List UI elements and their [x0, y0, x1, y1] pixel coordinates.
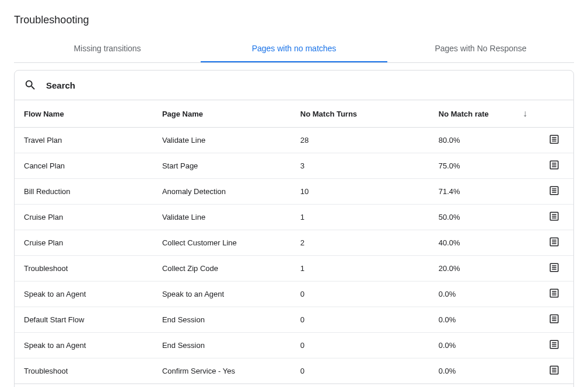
cell-action	[537, 128, 573, 153]
tab-pages-no-matches[interactable]: Pages with no matches	[201, 36, 387, 62]
table-row: Bill ReductionAnomaly Detection1071.4%	[15, 179, 573, 205]
cell-sort-spacer	[513, 282, 537, 307]
cell-no-match-rate: 75.0%	[429, 153, 513, 179]
table-row: Cruise PlanCollect Customer Line240.0%	[15, 230, 573, 256]
cell-flow-name: Travel Plan	[15, 128, 153, 153]
cell-no-match-rate: 50.0%	[429, 205, 513, 230]
table-row: TroubleshootConfirm Service - Yes00.0%	[15, 358, 573, 384]
cell-action	[537, 256, 573, 282]
results-table: Flow Name Page Name No Match Turns No Ma…	[15, 100, 573, 384]
view-details-icon[interactable]	[549, 134, 559, 145]
cell-no-match-rate: 20.0%	[429, 256, 513, 282]
cell-action	[537, 179, 573, 205]
cell-flow-name: Bill Reduction	[15, 179, 153, 205]
cell-flow-name: Default Start Flow	[15, 307, 153, 333]
cell-no-match-rate: 0.0%	[429, 282, 513, 307]
cell-flow-name: Speak to an Agent	[15, 333, 153, 358]
col-header-flow-name[interactable]: Flow Name	[15, 100, 153, 128]
results-card: Search Flow Name Page Name No Match Turn…	[14, 70, 574, 387]
table-row: Cruise PlanValidate Line150.0%	[15, 205, 573, 230]
view-details-icon[interactable]	[549, 365, 559, 375]
cell-page-name: Collect Zip Code	[153, 256, 291, 282]
cell-action	[537, 282, 573, 307]
table-row: Default Start FlowEnd Session00.0%	[15, 307, 573, 333]
cell-flow-name: Cruise Plan	[15, 230, 153, 256]
cell-page-name: Start Page	[153, 153, 291, 179]
view-details-icon[interactable]	[549, 339, 559, 350]
col-header-sort[interactable]: ↓	[513, 100, 537, 128]
cell-page-name: Confirm Service - Yes	[153, 358, 291, 384]
cell-no-match-rate: 80.0%	[429, 128, 513, 153]
cell-sort-spacer	[513, 358, 537, 384]
cell-no-match-turns: 0	[291, 333, 429, 358]
pagination: Items per page: 10 1 - 10 of 28	[15, 384, 573, 387]
col-header-no-match-rate[interactable]: No Match rate	[429, 100, 513, 128]
cell-no-match-rate: 71.4%	[429, 179, 513, 205]
view-details-icon[interactable]	[549, 160, 559, 170]
cell-no-match-turns: 1	[291, 256, 429, 282]
view-details-icon[interactable]	[549, 211, 559, 221]
cell-no-match-turns: 2	[291, 230, 429, 256]
view-details-icon[interactable]	[549, 237, 559, 247]
cell-sort-spacer	[513, 128, 537, 153]
cell-no-match-turns: 1	[291, 205, 429, 230]
col-header-page-name[interactable]: Page Name	[153, 100, 291, 128]
cell-action	[537, 358, 573, 384]
cell-action	[537, 333, 573, 358]
cell-flow-name: Cancel Plan	[15, 153, 153, 179]
cell-page-name: Collect Customer Line	[153, 230, 291, 256]
cell-flow-name: Troubleshoot	[15, 358, 153, 384]
cell-action	[537, 153, 573, 179]
col-header-no-match-turns[interactable]: No Match Turns	[291, 100, 429, 128]
col-header-action	[537, 100, 573, 128]
cell-no-match-rate: 0.0%	[429, 358, 513, 384]
search-icon	[24, 79, 37, 92]
cell-sort-spacer	[513, 153, 537, 179]
cell-page-name: Validate Line	[153, 128, 291, 153]
view-details-icon[interactable]	[549, 288, 559, 298]
cell-no-match-rate: 0.0%	[429, 333, 513, 358]
cell-action	[537, 230, 573, 256]
cell-sort-spacer	[513, 333, 537, 358]
cell-no-match-turns: 3	[291, 153, 429, 179]
cell-no-match-rate: 0.0%	[429, 307, 513, 333]
cell-no-match-turns: 0	[291, 282, 429, 307]
view-details-icon[interactable]	[549, 185, 559, 196]
table-row: Travel PlanValidate Line2880.0%	[15, 128, 573, 153]
cell-page-name: Speak to an Agent	[153, 282, 291, 307]
table-header-row: Flow Name Page Name No Match Turns No Ma…	[15, 100, 573, 128]
cell-sort-spacer	[513, 205, 537, 230]
cell-no-match-turns: 10	[291, 179, 429, 205]
cell-no-match-turns: 28	[291, 128, 429, 153]
cell-sort-spacer	[513, 230, 537, 256]
cell-page-name: End Session	[153, 333, 291, 358]
table-row: TroubleshootCollect Zip Code120.0%	[15, 256, 573, 282]
table-row: Cancel PlanStart Page375.0%	[15, 153, 573, 179]
search-bar[interactable]: Search	[15, 71, 573, 100]
cell-page-name: Validate Line	[153, 205, 291, 230]
cell-no-match-rate: 40.0%	[429, 230, 513, 256]
cell-page-name: Anomaly Detection	[153, 179, 291, 205]
cell-action	[537, 307, 573, 333]
cell-sort-spacer	[513, 307, 537, 333]
tab-pages-no-response[interactable]: Pages with No Response	[387, 36, 574, 62]
cell-flow-name: Cruise Plan	[15, 205, 153, 230]
view-details-icon[interactable]	[549, 262, 559, 273]
cell-no-match-turns: 0	[291, 307, 429, 333]
cell-sort-spacer	[513, 256, 537, 282]
cell-flow-name: Speak to an Agent	[15, 282, 153, 307]
view-details-icon[interactable]	[549, 314, 559, 324]
tab-missing-transitions[interactable]: Missing transitions	[14, 36, 201, 62]
cell-flow-name: Troubleshoot	[15, 256, 153, 282]
table-row: Speak to an AgentEnd Session00.0%	[15, 333, 573, 358]
table-row: Speak to an AgentSpeak to an Agent00.0%	[15, 282, 573, 307]
cell-no-match-turns: 0	[291, 358, 429, 384]
cell-page-name: End Session	[153, 307, 291, 333]
cell-action	[537, 205, 573, 230]
tabs: Missing transitions Pages with no matche…	[14, 36, 574, 63]
arrow-down-icon: ↓	[523, 108, 527, 119]
page-title: Troubleshooting	[14, 14, 574, 26]
search-label: Search	[46, 80, 75, 90]
cell-sort-spacer	[513, 179, 537, 205]
